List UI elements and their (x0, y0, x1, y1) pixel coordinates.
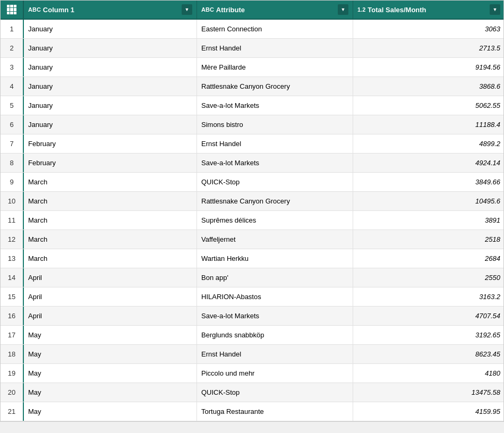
row-index: 17 (1, 326, 24, 344)
row-index: 14 (1, 268, 24, 287)
row-col1: January (24, 39, 197, 57)
row-col3: 3163.2 (353, 287, 504, 306)
row-index: 18 (1, 345, 24, 363)
grid-icon (7, 5, 16, 14)
row-col2: Berglunds snabbköp (197, 326, 353, 344)
table-row: 7FebruaryErnst Handel4899.2 (1, 134, 503, 154)
table-row: 16AprilSave-a-lot Markets4707.54 (1, 307, 503, 326)
row-col1: February (24, 154, 197, 172)
row-index: 5 (1, 96, 24, 115)
row-col1: May (24, 364, 197, 383)
row-col3: 13475.58 (353, 383, 504, 402)
row-index: 7 (1, 134, 24, 153)
table-row: 21MayTortuga Restaurante4159.95 (1, 402, 503, 421)
header-col3[interactable]: 1.2 Total Sales/Month (353, 1, 504, 19)
row-col3: 4159.95 (353, 402, 504, 421)
col1-dropdown-button[interactable] (182, 4, 192, 15)
row-col3: 4899.2 (353, 134, 504, 153)
row-col1: April (24, 287, 197, 306)
row-col2: Tortuga Restaurante (197, 402, 353, 421)
row-index: 13 (1, 249, 24, 268)
row-col2: Rattlesnake Canyon Grocery (197, 77, 353, 96)
table-header: ABC Column 1 ABC Attribute 1.2 Total Sal… (1, 1, 503, 20)
row-col3: 2518 (353, 230, 504, 249)
row-index: 4 (1, 77, 24, 96)
row-col2: Piccolo und mehr (197, 364, 353, 383)
col2-type-icon: ABC (201, 6, 214, 13)
header-col2[interactable]: ABC Attribute (197, 1, 353, 19)
table-row: 8FebruarySave-a-lot Markets4924.14 (1, 154, 503, 173)
col3-type-icon: 1.2 (357, 6, 365, 13)
table-row: 1JanuaryEastern Connection3063 (1, 20, 503, 39)
row-index: 20 (1, 383, 24, 402)
row-index: 16 (1, 307, 24, 325)
row-col1: April (24, 268, 197, 287)
col2-label: Attribute (216, 6, 245, 14)
table-row: 19MayPiccolo und mehr4180 (1, 364, 503, 383)
row-col1: March (24, 192, 197, 210)
table-row: 2JanuaryErnst Handel2713.5 (1, 39, 503, 58)
row-col2: Ernst Handel (197, 345, 353, 363)
row-col1: January (24, 96, 197, 115)
row-col2: Save-a-lot Markets (197, 96, 353, 115)
row-col1: January (24, 20, 197, 38)
table-row: 17MayBerglunds snabbköp3192.65 (1, 326, 503, 345)
header-index-cell (1, 1, 24, 19)
table-row: 6JanuarySimons bistro11188.4 (1, 115, 503, 134)
row-col1: January (24, 115, 197, 134)
row-col1: May (24, 402, 197, 421)
row-col3: 4924.14 (353, 154, 504, 172)
row-col2: HILARION-Abastos (197, 287, 353, 306)
row-col2: QUICK-Stop (197, 173, 353, 191)
row-col1: April (24, 307, 197, 325)
row-col2: Vaffeljernet (197, 230, 353, 249)
row-index: 6 (1, 115, 24, 134)
col1-type-icon: ABC (28, 6, 41, 13)
row-col1: May (24, 383, 197, 402)
row-col1: January (24, 58, 197, 77)
row-col2: Wartian Herkku (197, 249, 353, 268)
table-row: 5JanuarySave-a-lot Markets5062.55 (1, 96, 503, 115)
row-col2: Ernst Handel (197, 39, 353, 57)
row-col1: February (24, 134, 197, 153)
row-col1: March (24, 249, 197, 268)
table-row: 15AprilHILARION-Abastos3163.2 (1, 287, 503, 307)
table-row: 9MarchQUICK-Stop3849.66 (1, 173, 503, 192)
row-col3: 3849.66 (353, 173, 504, 191)
row-col1: March (24, 230, 197, 249)
data-table: ABC Column 1 ABC Attribute 1.2 Total Sal… (0, 0, 504, 422)
row-index: 15 (1, 287, 24, 306)
row-col2: Mère Paillarde (197, 58, 353, 77)
row-index: 3 (1, 58, 24, 77)
row-index: 10 (1, 192, 24, 210)
row-index: 1 (1, 20, 24, 38)
row-col3: 4180 (353, 364, 504, 383)
row-index: 2 (1, 39, 24, 57)
row-col3: 2684 (353, 249, 504, 268)
row-col2: Rattlesnake Canyon Grocery (197, 192, 353, 210)
row-col3: 2713.5 (353, 39, 504, 57)
row-col3: 8623.45 (353, 345, 504, 363)
row-index: 12 (1, 230, 24, 249)
col1-label: Column 1 (43, 6, 74, 14)
row-col2: QUICK-Stop (197, 383, 353, 402)
table-row: 13MarchWartian Herkku2684 (1, 249, 503, 268)
row-col1: May (24, 326, 197, 344)
row-col3: 5062.55 (353, 96, 504, 115)
row-col3: 3063 (353, 20, 504, 38)
col3-dropdown-button[interactable] (490, 4, 500, 15)
row-index: 11 (1, 211, 24, 230)
table-body: 1JanuaryEastern Connection30632JanuaryEr… (1, 20, 503, 421)
row-index: 8 (1, 154, 24, 172)
row-col2: Bon app' (197, 268, 353, 287)
row-col2: Ernst Handel (197, 134, 353, 153)
row-col3: 10495.6 (353, 192, 504, 210)
header-col1[interactable]: ABC Column 1 (24, 1, 197, 19)
table-row: 10MarchRattlesnake Canyon Grocery10495.6 (1, 192, 503, 211)
row-index: 19 (1, 364, 24, 383)
table-row: 11MarchSuprêmes délices3891 (1, 211, 503, 230)
col2-dropdown-button[interactable] (338, 4, 348, 15)
row-col3: 9194.56 (353, 58, 504, 77)
row-col3: 11188.4 (353, 115, 504, 134)
row-col3: 3868.6 (353, 77, 504, 96)
